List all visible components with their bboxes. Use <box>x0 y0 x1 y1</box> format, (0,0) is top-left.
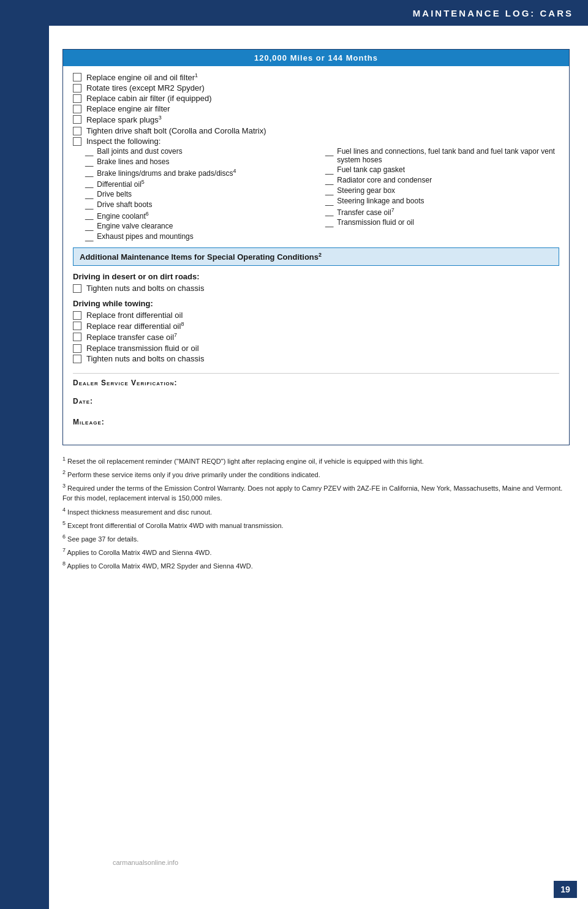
inspect-label: Fuel tank cap gasket <box>337 165 405 174</box>
footnote-3: 3 Required under the terms of the Emissi… <box>62 482 570 504</box>
dash-icon: __ <box>85 158 93 167</box>
footnote-2: 2 Perform these service items only if yo… <box>62 469 570 480</box>
footnote-1: 1 Reset the oil replacement reminder ("M… <box>62 455 570 466</box>
dash-icon: __ <box>325 166 333 175</box>
item-label-4: Replace engine air filter <box>86 104 170 113</box>
checkbox-item: Tighten nuts and bolts on chassis <box>73 354 559 363</box>
page-number: 19 <box>560 884 570 894</box>
dash-icon: __ <box>85 190 93 199</box>
towing-item-2: Replace rear differential oil8 <box>86 321 184 331</box>
driving-desert-header: Driving in desert or on dirt roads: <box>73 272 559 281</box>
inspect-grid: __ Ball joints and dust covers __ Brake … <box>73 147 559 243</box>
checkbox-2[interactable] <box>73 84 81 92</box>
inspect-item: __ Differential oil5 <box>85 179 319 189</box>
checkbox-item: Replace transfer case oil7 <box>73 332 559 342</box>
inspect-item: __ Steering gear box <box>325 186 559 195</box>
checkbox-towing-2[interactable] <box>73 322 81 330</box>
dash-icon: __ <box>85 233 93 241</box>
checkbox-item: Replace spark plugs3 <box>73 115 559 124</box>
checkbox-3[interactable] <box>73 94 81 103</box>
section-header: 120,000 Miles or 144 Months <box>63 50 569 66</box>
item-label-3: Replace cabin air filter (if equipped) <box>86 94 212 103</box>
checkbox-item: Tighten nuts and bolts on chassis <box>73 284 559 293</box>
dash-icon: __ <box>85 211 93 220</box>
dash-icon: __ <box>85 179 93 188</box>
inspect-label: Differential oil5 <box>97 179 145 189</box>
item-label-6: Tighten drive shaft bolt (Corolla and Co… <box>86 126 266 135</box>
inspect-item: __ Drive shaft boots <box>85 200 319 209</box>
inspect-item: __ Transfer case oil7 <box>325 207 559 217</box>
mileage-label: Mileage: <box>73 418 559 426</box>
footnotes: 1 Reset the oil replacement reminder ("M… <box>62 455 570 571</box>
desert-item-1: Tighten nuts and bolts on chassis <box>86 284 204 293</box>
inspect-item: __ Transmission fluid or oil <box>325 218 559 227</box>
dash-icon: __ <box>85 168 93 177</box>
inspect-right-col: __ Fuel lines and connections, fuel tank… <box>325 147 559 243</box>
checkbox-1[interactable] <box>73 73 81 81</box>
checkbox-towing-4[interactable] <box>73 344 81 353</box>
dash-icon: __ <box>85 148 93 156</box>
inspect-item: __ Drive belts <box>85 190 319 199</box>
additional-box: Additional Maintenance Items for Special… <box>73 247 559 266</box>
dash-icon: __ <box>325 208 333 216</box>
checkbox-item: Replace transmission fluid or oil <box>73 344 559 353</box>
date-label: Date: <box>73 397 559 405</box>
checkbox-desert-1[interactable] <box>73 284 81 293</box>
inspect-label: Drive belts <box>97 190 132 198</box>
inspect-label: Fuel lines and connections, fuel tank ba… <box>337 147 559 164</box>
item-label-1: Replace engine oil and oil filter1 <box>86 72 198 82</box>
dash-icon: __ <box>325 148 333 156</box>
footnote-4: 4 Inspect thickness measurement and disc… <box>62 506 570 517</box>
checkbox-item: Replace engine air filter <box>73 104 559 113</box>
checkbox-6[interactable] <box>73 127 81 135</box>
dash-icon: __ <box>325 176 333 185</box>
dealer-section: Dealer Service Verification: Date: Milea… <box>73 373 559 426</box>
inspect-item: __ Fuel lines and connections, fuel tank… <box>325 147 559 164</box>
checkbox-4[interactable] <box>73 105 81 113</box>
inspect-label: Engine valve clearance <box>97 222 173 230</box>
inspect-item: __ Brake lines and hoses <box>85 157 319 167</box>
inspect-item: __ Steering linkage and boots <box>325 197 559 206</box>
checkbox-item: Tighten drive shaft bolt (Corolla and Co… <box>73 126 559 135</box>
card-body: Replace engine oil and oil filter1 Rotat… <box>63 66 569 445</box>
inspect-label: Brake linings/drums and brake pads/discs… <box>97 168 236 178</box>
header-bar: Maintenance Log: Cars <box>49 0 588 26</box>
checkbox-item: Replace cabin air filter (if equipped) <box>73 94 559 103</box>
inspect-label: Transfer case oil7 <box>337 207 394 217</box>
additional-title: Additional Maintenance Items for Special… <box>80 252 322 262</box>
inspect-label: Drive shaft boots <box>97 200 152 209</box>
towing-item-4: Replace transmission fluid or oil <box>86 344 199 353</box>
footnote-7: 7 Applies to Corolla Matrix 4WD and Sien… <box>62 546 570 557</box>
checkbox-towing-1[interactable] <box>73 311 81 320</box>
checkbox-towing-5[interactable] <box>73 355 81 363</box>
checkbox-towing-3[interactable] <box>73 333 81 341</box>
item-label-7: Inspect the following: <box>86 137 160 146</box>
inspect-label: Steering gear box <box>337 186 395 195</box>
footnote-5: 5 Except front differential of Corolla M… <box>62 519 570 530</box>
item-label-5: Replace spark plugs3 <box>86 115 162 124</box>
inspect-label: Brake lines and hoses <box>97 157 169 166</box>
checkbox-7[interactable] <box>73 137 81 146</box>
inspect-label: Exhaust pipes and mountings <box>97 232 193 241</box>
inspect-left-col: __ Ball joints and dust covers __ Brake … <box>85 147 319 243</box>
towing-item-5: Tighten nuts and bolts on chassis <box>86 354 204 363</box>
towing-item-1: Replace front differential oil <box>86 311 183 320</box>
checkbox-item: Inspect the following: <box>73 137 559 146</box>
dash-icon: __ <box>325 197 333 206</box>
checkbox-5[interactable] <box>73 115 81 124</box>
checkbox-item: Rotate tires (except MR2 Spyder) <box>73 83 559 92</box>
page-number-badge: 19 <box>554 881 577 898</box>
towing-item-3: Replace transfer case oil7 <box>86 332 177 342</box>
page-title: Maintenance Log: Cars <box>413 8 573 18</box>
inspect-item: __ Radiator core and condenser <box>325 176 559 185</box>
inspect-item: __ Engine coolant6 <box>85 211 319 221</box>
left-accent-bar <box>0 0 49 909</box>
inspect-item: __ Exhaust pipes and mountings <box>85 232 319 241</box>
dealer-label: Dealer Service Verification: <box>73 379 559 387</box>
dash-icon: __ <box>85 222 93 231</box>
checkbox-item: Replace front differential oil <box>73 311 559 320</box>
inspect-item: __ Engine valve clearance <box>85 222 319 231</box>
watermark: carmanualsonline.info <box>113 859 178 866</box>
dash-icon: __ <box>325 219 333 227</box>
inspect-item: __ Fuel tank cap gasket <box>325 165 559 175</box>
